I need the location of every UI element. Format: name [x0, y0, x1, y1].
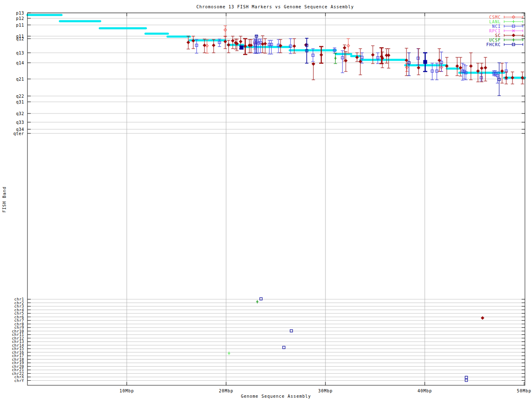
plot-svg: CSMCLANLNCIRPCISCUCSFFHCRCp13p12p11q11q1… [0, 0, 532, 399]
band-labels: p13p12p11q11q12q13q14q21q22q31q32q33q34q… [13, 11, 24, 136]
svg-text:p13: p13 [16, 11, 24, 15]
svg-text:qter: qter [13, 131, 24, 136]
svg-text:p12: p12 [16, 16, 24, 21]
series-SC [187, 36, 524, 320]
svg-text:SC: SC [495, 33, 501, 38]
x-axis-title: Genome Sequence Assembly [241, 394, 311, 399]
svg-text:30Mbp: 30Mbp [318, 389, 332, 393]
svg-text:q14: q14 [16, 61, 24, 65]
series-UCSF [256, 53, 337, 303]
vertical-gridlines [127, 13, 425, 385]
chromosome-fish-plot: CSMCLANLNCIRPCISCUCSFFHCRCp13p12p11q11q1… [0, 0, 532, 399]
legend: CSMCLANLNCIRPCISCUCSFFHCRC [486, 15, 523, 47]
svg-text:q33: q33 [16, 120, 24, 125]
y-axis-title: FISH Band [2, 186, 7, 212]
series-FHCRC [239, 35, 501, 382]
svg-text:q13: q13 [16, 51, 24, 55]
x-tick-labels: 10Mbp20Mbp30Mbp40Mbp50Mbp [119, 389, 531, 393]
svg-text:chrY: chrY [14, 379, 24, 383]
legend-entry-FHCRC: FHCRC [486, 42, 523, 47]
svg-text:CSMC: CSMC [489, 15, 501, 20]
legend-entry-RPCI: RPCI [489, 29, 523, 33]
svg-text:50Mbp: 50Mbp [517, 389, 531, 393]
svg-text:p11: p11 [16, 23, 24, 27]
svg-text:RPCI: RPCI [489, 29, 501, 33]
legend-entry-NCI: NCI [492, 24, 523, 29]
svg-text:NCI: NCI [492, 24, 501, 29]
svg-text:LANL: LANL [489, 20, 501, 24]
svg-text:20Mbp: 20Mbp [219, 389, 233, 393]
legend-entry-SC: SC [495, 33, 523, 38]
svg-text:40Mbp: 40Mbp [417, 389, 432, 393]
svg-text:q31: q31 [16, 100, 24, 104]
legend-entry-UCSF: UCSF [489, 38, 523, 42]
assembly-track [27, 15, 525, 78]
svg-text:q12: q12 [16, 37, 24, 41]
legend-entry-CSMC: CSMC [489, 15, 523, 20]
svg-text:FHCRC: FHCRC [486, 42, 501, 47]
legend-entry-LANL: LANL [489, 20, 523, 24]
svg-text:q21: q21 [16, 77, 24, 81]
svg-text:UCSF: UCSF [489, 38, 501, 42]
svg-text:10Mbp: 10Mbp [119, 389, 134, 393]
chart-title: Chromosome 13 FISH Markers vs Genome Seq… [196, 5, 354, 9]
svg-text:q32: q32 [16, 111, 24, 116]
svg-text:q22: q22 [16, 94, 24, 99]
chromosome-labels: chr1chr2chr3chr4chr5chr6chr7chr8chr9chr1… [12, 297, 24, 383]
